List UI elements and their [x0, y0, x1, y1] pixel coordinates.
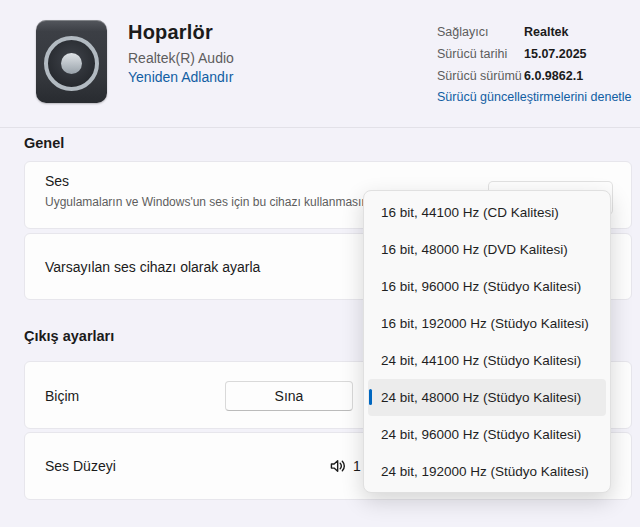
device-subtitle: Realtek(R) Audio	[128, 50, 234, 66]
driver-provider-label: Sağlayıcı	[437, 25, 488, 39]
speaker-cone-center	[61, 53, 82, 74]
format-option-label: 24 bit, 48000 Hz (Stüdyo Kalitesi)	[381, 390, 581, 405]
speaker-volume-icon[interactable]	[328, 456, 349, 476]
format-option[interactable]: 16 bit, 48000 Hz (DVD Kalitesi)	[368, 231, 606, 268]
format-option[interactable]: 24 bit, 44100 Hz (Stüdyo Kalitesi)	[368, 342, 606, 379]
section-title-general: Genel	[24, 135, 64, 151]
check-driver-updates-link[interactable]: Sürücü güncelleştirmelerini denetle	[437, 90, 632, 104]
format-option[interactable]: 24 bit, 96000 Hz (Stüdyo Kalitesi)	[368, 416, 606, 453]
section-title-output: Çıkış ayarları	[24, 328, 114, 344]
driver-date-value: 15.07.2025	[524, 47, 587, 61]
volume-value: 1	[353, 458, 361, 474]
format-option[interactable]: 16 bit, 96000 Hz (Stüdyo Kalitesi)	[368, 268, 606, 305]
selected-indicator-bar	[369, 389, 372, 405]
format-option[interactable]: 16 bit, 192000 Hz (Stüdyo Kalitesi)	[368, 305, 606, 342]
format-option[interactable]: 16 bit, 44100 Hz (CD Kalitesi)	[368, 194, 606, 231]
test-sound-button[interactable]: Sına	[225, 381, 353, 411]
speaker-cone-ring	[44, 36, 99, 91]
driver-date-label: Sürücü tarihi	[437, 47, 507, 61]
format-option[interactable]: 24 bit, 192000 Hz (Stüdyo Kalitesi)	[368, 453, 606, 490]
driver-version-value: 6.0.9862.1	[524, 69, 583, 83]
format-row-label: Biçim	[45, 388, 79, 404]
volume-row-label: Ses Düzeyi	[45, 458, 116, 474]
speaker-device-icon	[36, 20, 107, 103]
header-divider	[0, 127, 640, 128]
rename-link[interactable]: Yeniden Adlandır	[128, 69, 233, 85]
page-title: Hoparlör	[128, 21, 213, 44]
set-default-device-label: Varsayılan ses cihazı olarak ayarla	[45, 259, 260, 275]
driver-provider-value: Realtek	[524, 25, 568, 39]
driver-version-label: Sürücü sürümü	[437, 69, 522, 83]
speaker-properties-page: Hoparlör Realtek(R) Audio Yeniden Adland…	[0, 0, 640, 527]
audio-row-label: Ses	[45, 173, 69, 189]
format-option-selected[interactable]: 24 bit, 48000 Hz (Stüdyo Kalitesi)	[368, 379, 606, 416]
format-combobox-flyout: 16 bit, 44100 Hz (CD Kalitesi) 16 bit, 4…	[363, 190, 611, 493]
audio-row-description: Uygulamaların ve Windows'un ses için bu …	[45, 195, 368, 209]
